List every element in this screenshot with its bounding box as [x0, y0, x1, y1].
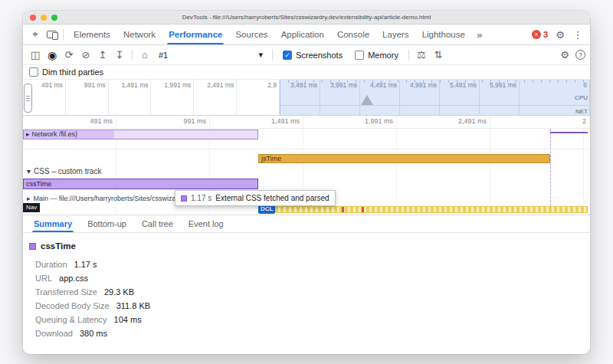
main-activity-strip[interactable]: [258, 206, 588, 213]
dim-third-parties-checkbox[interactable]: [29, 67, 38, 77]
ruler-tick: 991 ms: [116, 116, 210, 128]
summary-row-label: URL: [35, 274, 52, 283]
track-divider: [23, 149, 590, 149]
tab-elements[interactable]: Elements: [67, 25, 116, 44]
overview-left-handle[interactable]: [24, 84, 32, 113]
checkbox-unchecked-icon: [355, 51, 364, 60]
overview-selected-region[interactable]: 491 ms 991 ms 1,491 ms 1,991 ms 2,491 ms…: [23, 80, 280, 115]
overview-tick: 1,991 ms: [151, 80, 194, 115]
tab-lighthouse[interactable]: Lighthouse: [416, 25, 471, 44]
overview-tick: 1,491 ms: [109, 80, 152, 115]
summary-row-label: Download: [35, 329, 73, 338]
window-title: DevTools - file:///Users/harryroberts/Si…: [182, 14, 431, 21]
network-track-header: ▸ Network /fil.es): [26, 130, 77, 138]
collect-garbage-icon[interactable]: ⇅: [431, 48, 446, 63]
csstime-entry-bar[interactable]: cssTime: [23, 179, 258, 189]
summary-row-value: 29.3 KB: [104, 287, 134, 297]
tooltip-color-swatch: [181, 195, 187, 202]
load-profile-button[interactable]: ↥: [95, 48, 110, 63]
details-tabbar: Summary Bottom-up Call tree Event log: [23, 215, 590, 233]
tab-console[interactable]: Console: [331, 25, 375, 44]
kebab-menu-icon[interactable]: ⋮: [570, 27, 585, 42]
divider: [132, 49, 133, 61]
timeline-tracks[interactable]: ▸ Network /fil.es) jsTime ▾ CSS – custom…: [23, 129, 590, 215]
device-toolbar-button[interactable]: [44, 27, 59, 42]
handle-grip: [26, 98, 30, 99]
home-icon[interactable]: ⌂: [137, 48, 152, 63]
screenshots-checkbox[interactable]: ✓ Screenshots: [277, 51, 348, 60]
tab-call-tree[interactable]: Call tree: [134, 215, 181, 232]
css-track-toggle[interactable]: ▾: [27, 167, 31, 175]
overview-unselected-region[interactable]: 3,491 ms 3,991 ms 4,491 ms 4,991 ms 5,49…: [280, 80, 590, 115]
error-badge[interactable]: × 3: [529, 30, 550, 39]
network-track-label: Network /fil.es): [32, 130, 78, 138]
jstime-entry-bar[interactable]: jsTime: [258, 154, 550, 163]
tooltip-text: External CSS fetched and parsed: [215, 194, 329, 202]
memory-checkbox[interactable]: Memory: [349, 51, 404, 60]
overview-tick: 3,491 ms: [280, 80, 320, 115]
overview-tick: 2,9: [237, 80, 280, 115]
tooltip-duration: 1.17 s: [191, 194, 211, 202]
capture-settings-gear-icon[interactable]: ⚙: [557, 48, 572, 63]
timeline-overview[interactable]: 491 ms 991 ms 1,491 ms 1,991 ms 2,491 ms…: [23, 79, 590, 116]
performance-toolbar: ◫ ◉ ⟳ ⊘ ↥ ↧ ⌂ #1 ▾ ✓ Screenshots Memory …: [23, 45, 590, 65]
timeline-ruler: 491 ms 991 ms 1,491 ms 1,991 ms 2,491 ms…: [23, 116, 590, 129]
network-throttle-icon[interactable]: ⚖: [414, 48, 429, 63]
close-window-button[interactable]: [30, 15, 36, 21]
summary-row-value: 104 ms: [114, 315, 142, 324]
inspect-element-icon[interactable]: ⌖: [28, 27, 43, 42]
overview-tick: 2,491 ms: [194, 80, 237, 115]
toolbar-right: ⚙ ?: [557, 48, 585, 63]
summary-row-label: Decoded Body Size: [35, 301, 110, 310]
band-divider: [280, 105, 590, 106]
tab-network[interactable]: Network: [117, 25, 162, 44]
tab-layers[interactable]: Layers: [376, 25, 415, 44]
overview-tick: 3,991 ms: [320, 80, 360, 115]
settings-gear-icon[interactable]: ⚙: [552, 27, 568, 42]
chevron-down-icon: ▾: [258, 50, 263, 60]
network-request-line[interactable]: [550, 132, 588, 133]
network-track-toggle[interactable]: ▸: [26, 130, 30, 138]
reload-and-record-button[interactable]: ⟳: [61, 48, 77, 63]
ruler-tick: 1,491 ms: [210, 116, 303, 128]
help-icon[interactable]: ?: [575, 50, 585, 60]
more-tabs-icon[interactable]: »: [472, 27, 487, 42]
minimize-window-button[interactable]: [41, 15, 47, 21]
summary-row: Queuing & Latency 104 ms: [29, 313, 590, 326]
activity-red-segment: [342, 207, 344, 212]
main-track-toggle[interactable]: ▸: [27, 195, 31, 202]
handle-grip: [26, 96, 30, 97]
summary-row-value: 311.8 KB: [116, 301, 150, 310]
css-track-label: CSS – custom track: [34, 167, 101, 175]
save-profile-button[interactable]: ↧: [112, 48, 127, 63]
dim-third-parties-label: Dim third parties: [42, 67, 103, 77]
checkbox-checked-icon: ✓: [283, 51, 292, 60]
devtools-tabbar: ⌖ Elements Network Performance Sources A…: [23, 25, 590, 45]
clear-recording-button[interactable]: ⊘: [78, 48, 93, 63]
cpu-activity-peak: [361, 95, 373, 105]
csstime-color-swatch: [29, 243, 36, 250]
tab-bottom-up[interactable]: Bottom-up: [80, 215, 134, 232]
toggle-sidebar-icon[interactable]: ◫: [28, 48, 43, 63]
overview-tick: 5,491 ms: [440, 80, 480, 115]
tab-performance[interactable]: Performance: [162, 25, 228, 44]
history-dropdown[interactable]: #1 ▾: [154, 50, 267, 60]
ruler-tick: 491 ms: [23, 116, 116, 128]
summary-title-row: cssTime: [29, 241, 590, 251]
tab-event-log[interactable]: Event log: [181, 215, 231, 232]
tab-summary[interactable]: Summary: [26, 215, 80, 232]
ruler-tick: 2,491 ms: [397, 116, 490, 128]
zoom-window-button[interactable]: [51, 15, 57, 21]
nav-marker[interactable]: Nav: [23, 203, 40, 212]
history-selected-value: #1: [159, 51, 168, 60]
tabbar-right: × 3 ⚙ ⋮: [529, 27, 585, 42]
tab-sources[interactable]: Sources: [229, 25, 274, 44]
tab-application[interactable]: Application: [275, 25, 330, 44]
handle-grip: [26, 100, 30, 101]
summary-row-label: Queuing & Latency: [35, 315, 107, 324]
entry-tooltip: 1.17 s External CSS fetched and parsed: [175, 190, 336, 206]
summary-row: Decoded Body Size 311.8 KB: [29, 299, 590, 313]
summary-row-label: Duration: [35, 260, 67, 269]
record-button[interactable]: ◉: [44, 48, 60, 63]
screenshots-label: Screenshots: [296, 51, 343, 60]
